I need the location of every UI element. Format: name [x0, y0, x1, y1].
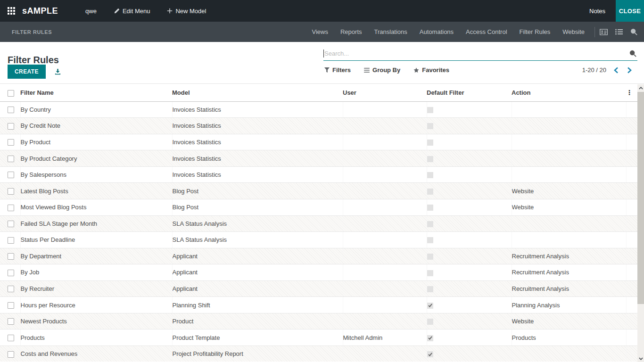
optional-columns-icon[interactable]: ⋮	[626, 89, 633, 96]
scroll-down-arrow-icon[interactable]	[637, 355, 644, 362]
cell-user	[343, 150, 427, 167]
row-checkbox[interactable]	[8, 107, 14, 113]
cell-spacer	[626, 264, 637, 281]
table-row[interactable]: Costs and RevenuesProject Profitability …	[0, 346, 637, 362]
row-checkbox[interactable]	[8, 123, 14, 130]
kanban-view-icon[interactable]	[600, 29, 608, 35]
checkbox-unchecked-icon	[427, 270, 433, 276]
cell-spacer	[626, 297, 637, 313]
table-row[interactable]: By SalespersonsInvoices Statistics	[0, 166, 637, 183]
list-view-icon[interactable]	[615, 29, 623, 35]
filters-button[interactable]: Filters	[324, 66, 351, 74]
search-input[interactable]	[324, 50, 629, 57]
row-checkbox[interactable]	[8, 237, 14, 244]
search-view-icon[interactable]	[630, 28, 637, 35]
nav-item-reports[interactable]: Reports	[334, 22, 368, 42]
checkbox-unchecked-icon	[427, 205, 433, 211]
cell-spacer	[626, 183, 637, 199]
row-checkbox[interactable]	[8, 139, 14, 146]
cell-default-filter	[427, 264, 512, 281]
row-checkbox[interactable]	[8, 172, 14, 178]
cell-spacer	[626, 134, 637, 150]
app-name[interactable]: sAMPLE	[22, 6, 58, 16]
column-header-user[interactable]: User	[343, 84, 427, 101]
nav-item-filter-rules[interactable]: Filter Rules	[513, 22, 557, 42]
new-model-button[interactable]: New Model	[158, 0, 215, 22]
table-row[interactable]: By DepartmentApplicantRecruitment Analys…	[0, 248, 637, 264]
row-checkbox[interactable]	[8, 221, 14, 227]
checkbox-unchecked-icon	[427, 123, 433, 129]
cell-name: Products	[20, 329, 172, 346]
table-row[interactable]: By JobApplicantRecruitment Analysis	[0, 264, 637, 281]
notes-button[interactable]: Notes	[579, 0, 616, 22]
table-row[interactable]: By Product CategoryInvoices Statistics	[0, 150, 637, 167]
checkbox-checked-icon	[427, 335, 433, 341]
cell-spacer	[626, 101, 637, 118]
cell-user	[343, 183, 427, 199]
nav-item-website[interactable]: Website	[556, 22, 591, 42]
row-checkbox[interactable]	[8, 156, 14, 162]
row-checkbox[interactable]	[8, 270, 14, 276]
cell-default-filter	[427, 248, 512, 264]
row-checkbox[interactable]	[8, 253, 14, 260]
cell-name: By Product	[20, 134, 172, 150]
cell-user	[343, 297, 427, 313]
row-checkbox[interactable]	[8, 188, 14, 195]
breadcrumb: FILTER RULES	[0, 29, 52, 35]
table-row[interactable]: Most Viewed Blog PostsBlog PostWebsite	[0, 199, 637, 215]
apps-grid-icon[interactable]	[8, 7, 16, 15]
table-row[interactable]: Hours per ResourcePlanning ShiftPlanning…	[0, 297, 637, 313]
table-row[interactable]: Latest Blog PostsBlog PostWebsite	[0, 183, 637, 199]
column-header-action[interactable]: Action	[512, 84, 626, 101]
group-by-button[interactable]: Group By	[364, 66, 400, 74]
cell-user	[343, 134, 427, 150]
search-icon[interactable]	[629, 50, 636, 57]
table-row[interactable]: By ProductInvoices Statistics	[0, 134, 637, 150]
row-checkbox[interactable]	[8, 302, 14, 309]
cell-default-filter	[427, 297, 512, 313]
table-row[interactable]: Failed SLA Stage per MonthSLA Status Ana…	[0, 215, 637, 232]
cell-user	[343, 264, 427, 281]
table-row[interactable]: By RecruiterApplicantRecruitment Analysi…	[0, 280, 637, 297]
edit-menu-button[interactable]: Edit Menu	[105, 0, 159, 22]
menu-item-qwe[interactable]: qwe	[77, 0, 105, 22]
scrollbar-thumb[interactable]	[637, 92, 644, 304]
search-box	[323, 47, 637, 61]
row-checkbox[interactable]	[8, 351, 14, 358]
column-header-model[interactable]: Model	[172, 84, 343, 101]
favorites-button[interactable]: Favorites	[413, 66, 449, 74]
pager-previous-button[interactable]	[613, 67, 619, 74]
table-row[interactable]: Status Per DeadlineSLA Status Analysis	[0, 232, 637, 248]
close-button[interactable]: CLOSE	[616, 0, 644, 22]
cell-user: Mitchell Admin	[343, 329, 427, 346]
checkbox-checked-icon	[427, 351, 433, 357]
row-checkbox[interactable]	[8, 205, 14, 211]
nav-item-views[interactable]: Views	[306, 22, 334, 42]
cell-spacer	[626, 248, 637, 264]
checkbox-unchecked-icon	[427, 172, 433, 178]
create-button[interactable]: CREATE	[8, 65, 46, 79]
nav-item-access-control[interactable]: Access Control	[460, 22, 513, 42]
cell-default-filter	[427, 150, 512, 167]
row-checkbox[interactable]	[8, 318, 14, 325]
scroll-up-arrow-icon[interactable]	[637, 84, 644, 91]
chevron-right-icon	[627, 67, 632, 74]
table-row[interactable]: By CountryInvoices Statistics	[0, 101, 637, 118]
table-row[interactable]: Newest ProductsProductWebsite	[0, 313, 637, 329]
row-checkbox[interactable]	[8, 286, 14, 292]
vertical-scrollbar[interactable]	[637, 84, 644, 362]
nav-item-translations[interactable]: Translations	[368, 22, 413, 42]
table-row[interactable]: By Credit NoteInvoices Statistics	[0, 118, 637, 134]
cell-spacer	[626, 166, 637, 183]
cell-name: By Credit Note	[20, 118, 172, 134]
pager-next-button[interactable]	[626, 67, 633, 74]
column-header-filter-name[interactable]: Filter Name	[20, 84, 172, 101]
select-all-checkbox[interactable]	[8, 90, 14, 97]
nav-item-automations[interactable]: Automations	[413, 22, 460, 42]
cell-name: By Salespersons	[20, 166, 172, 183]
export-download-button[interactable]	[54, 68, 61, 75]
cell-model: SLA Status Analysis	[172, 232, 343, 248]
column-header-default-filter[interactable]: Default Filter	[427, 84, 512, 101]
row-checkbox[interactable]	[8, 335, 14, 341]
table-row[interactable]: ProductsProduct TemplateMitchell AdminPr…	[0, 329, 637, 346]
